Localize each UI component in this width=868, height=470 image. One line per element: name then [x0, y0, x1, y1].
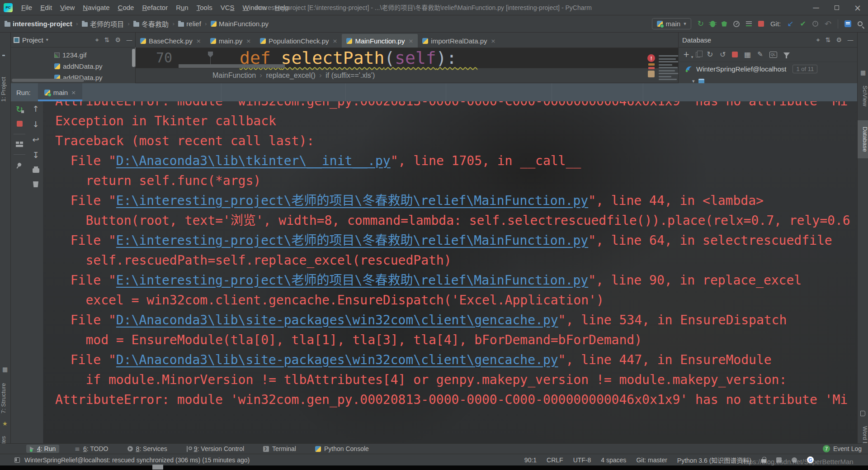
- editor-breadcrumb-item[interactable]: replace_excel(): [266, 71, 315, 80]
- close-tab-icon[interactable]: ×: [491, 38, 496, 44]
- fold-marker-icon[interactable]: [208, 52, 213, 57]
- tool-button-python-console[interactable]: Python Console: [311, 445, 373, 453]
- close-tab-icon[interactable]: ×: [408, 38, 413, 44]
- editor-horizontal-scrollbar[interactable]: [179, 64, 285, 68]
- menu-item-vcs[interactable]: VCS: [217, 4, 239, 11]
- tool-button-6-todo[interactable]: ≡6: TODO: [71, 445, 112, 453]
- editor-code-area[interactable]: 70 def selectPath(self): !: [136, 48, 678, 68]
- run-configuration-selector[interactable]: main ▾: [652, 18, 691, 29]
- editor-breadcrumb-item[interactable]: MainFunction: [212, 71, 256, 80]
- sidebar-item-sciview[interactable]: SciView: [858, 80, 868, 112]
- breadcrumb-item[interactable]: 冬春救助: [133, 19, 169, 28]
- menu-item-view[interactable]: View: [56, 4, 79, 11]
- menu-item-file[interactable]: File: [17, 4, 36, 11]
- menu-item-tools[interactable]: Tools: [193, 4, 217, 11]
- hide-panel-button[interactable]: —: [126, 37, 132, 43]
- project-horizontal-scrollbar[interactable]: [12, 79, 84, 82]
- menu-item-refactor[interactable]: Refactor: [138, 4, 172, 11]
- tab-PopulationCheck.py[interactable]: PopulationCheck.py×: [255, 34, 342, 47]
- caret-position-widget[interactable]: 90:1: [524, 456, 537, 464]
- filter-button[interactable]: [783, 52, 790, 57]
- stop-button[interactable]: [732, 52, 738, 57]
- print-button[interactable]: [33, 168, 39, 173]
- close-button[interactable]: ×: [847, 0, 868, 15]
- panel-settings-button[interactable]: ⚙: [115, 37, 121, 43]
- refresh-button[interactable]: ↻: [707, 51, 713, 58]
- breadcrumb-item[interactable]: interesting-project: [5, 20, 72, 28]
- menu-item-edit[interactable]: Edit: [36, 4, 56, 11]
- run-console[interactable]: AttributeError: module 'win32com.gen_py.…: [43, 101, 857, 443]
- stop-button[interactable]: [758, 21, 764, 27]
- history-button[interactable]: [812, 21, 818, 27]
- git-update-button[interactable]: ↙: [787, 20, 793, 28]
- sidebar-item-database[interactable]: Database: [858, 120, 868, 158]
- query-console-button[interactable]: QL: [769, 52, 777, 58]
- up-stack-trace-button[interactable]: ↑: [32, 105, 39, 113]
- editor-breadcrumb-item[interactable]: if (suffix=='.xls'): [326, 71, 375, 80]
- down-stack-trace-button[interactable]: ↓: [32, 120, 39, 128]
- breadcrumb-item[interactable]: relief: [178, 20, 201, 28]
- add-data-source-button[interactable]: +: [683, 51, 689, 58]
- sidebar-item-structure[interactable]: 7: Structure: [0, 375, 11, 421]
- project-view-selector[interactable]: Project ▾: [14, 36, 48, 44]
- rerun-button[interactable]: ↻: [16, 105, 23, 114]
- stop-process-button[interactable]: [17, 121, 23, 127]
- database-connection-row[interactable]: WinterSpringRelief@localhost 1 of 11: [679, 62, 857, 76]
- menu-item-navigate[interactable]: Navigate: [79, 4, 113, 11]
- close-tab-icon[interactable]: ×: [332, 38, 337, 44]
- console-file-link[interactable]: E:\interesting-project\老师的项目\冬春救助\relief…: [116, 273, 588, 288]
- locate-button[interactable]: ⌖: [816, 37, 820, 43]
- hide-panel-button[interactable]: —: [847, 37, 854, 43]
- locate-file-button[interactable]: ⌖: [95, 37, 99, 43]
- menu-item-code[interactable]: Code: [114, 4, 138, 11]
- status-dock-icon[interactable]: [14, 457, 20, 463]
- sync-data-source-icon[interactable]: ↻: [720, 51, 726, 58]
- breadcrumb-item[interactable]: MainFunction.py: [211, 20, 269, 28]
- rollback-button[interactable]: ↶: [825, 20, 831, 28]
- git-commit-button[interactable]: ✔: [800, 20, 806, 28]
- profiler-button[interactable]: [733, 21, 740, 27]
- run-with-coverage-button[interactable]: [722, 21, 727, 27]
- menu-item-run[interactable]: Run: [172, 4, 193, 11]
- tab-MainFunction.py[interactable]: MainFunction.py×: [342, 34, 418, 47]
- tool-button-8-services[interactable]: 8: Services: [124, 445, 171, 453]
- soft-wrap-button[interactable]: ↩: [32, 136, 39, 144]
- collapse-all-button[interactable]: ⇅: [826, 37, 831, 43]
- error-indicator-icon[interactable]: !: [647, 54, 655, 62]
- maximize-button[interactable]: [826, 0, 847, 15]
- scroll-to-end-button[interactable]: ↧: [32, 151, 39, 159]
- close-tab-icon[interactable]: ×: [71, 90, 76, 95]
- editor-left-scrollbar[interactable]: [132, 49, 135, 67]
- tab-importRealData.py[interactable]: importRealData.py×: [418, 34, 500, 47]
- edit-button[interactable]: ✎: [757, 51, 763, 58]
- tool-button-9-version-control[interactable]: 9: Version Control: [183, 445, 248, 453]
- database-schema-row[interactable]: ▾: [679, 76, 857, 83]
- tool-button-4-run[interactable]: 4: Run: [26, 445, 59, 453]
- git-branch-widget[interactable]: Git: master: [636, 456, 667, 464]
- line-ending-widget[interactable]: CRLF: [547, 456, 563, 464]
- console-file-link[interactable]: E:\interesting-project\老师的项目\冬春救助\relief…: [116, 193, 588, 208]
- console-file-link[interactable]: D:\Anaconda3\lib\site-packages\win32com\…: [116, 352, 558, 367]
- console-file-link[interactable]: D:\Anaconda3\lib\tkinter\__init__.py: [116, 153, 391, 168]
- debug-button[interactable]: [710, 21, 715, 27]
- restore-layout-button[interactable]: [16, 142, 23, 147]
- minimize-button[interactable]: —: [806, 0, 826, 15]
- project-file-addNData.py[interactable]: addNData.py: [11, 61, 135, 72]
- pin-tab-button[interactable]: [17, 162, 22, 167]
- console-file-link[interactable]: D:\Anaconda3\lib\site-packages\win32com\…: [116, 313, 558, 328]
- clear-console-button[interactable]: [33, 181, 38, 187]
- table-view-button[interactable]: ▦: [744, 51, 751, 58]
- close-tab-icon[interactable]: ×: [246, 38, 251, 44]
- duplicate-button[interactable]: [696, 52, 700, 57]
- running-processes-button[interactable]: [746, 21, 752, 26]
- settings-dialog-icon[interactable]: [844, 20, 851, 27]
- interpreter-widget[interactable]: Python 3.6 (知识图谱资料): [677, 456, 751, 465]
- tool-button-terminal[interactable]: Terminal: [259, 445, 300, 453]
- sidebar-item-project[interactable]: 1: Project: [0, 67, 11, 112]
- run-tab-main[interactable]: main ×: [38, 83, 82, 101]
- collapse-all-button[interactable]: ⇅: [104, 37, 110, 43]
- project-file-1234.gif[interactable]: 1234.gif: [11, 49, 135, 61]
- search-everywhere-button[interactable]: [858, 21, 863, 26]
- close-tab-icon[interactable]: ×: [196, 38, 201, 44]
- event-log-button[interactable]: 7 Event Log: [823, 445, 862, 452]
